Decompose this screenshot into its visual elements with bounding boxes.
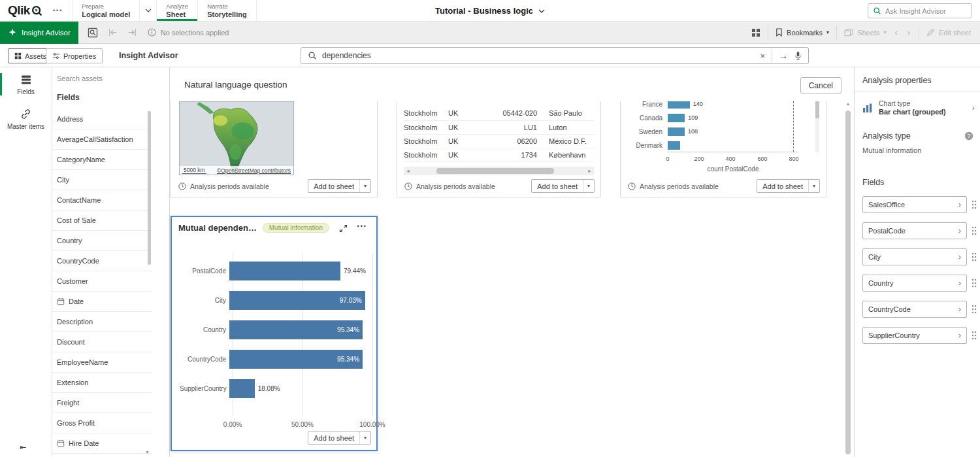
add-to-sheet-button[interactable]: Add to sheet ▾ (757, 179, 820, 193)
app-title-menu[interactable]: Tutorial - Business logic (435, 0, 545, 22)
qlik-logo[interactable]: Qlik (8, 3, 42, 18)
table-row[interactable]: Stockholm UK 1734 København (404, 148, 595, 161)
list-item-field[interactable]: Cost of Sale (52, 211, 152, 231)
list-item-field[interactable]: ContactName (52, 190, 152, 211)
list-item-field-date[interactable]: Hire Date (52, 433, 152, 454)
list-item-field[interactable]: Discount (52, 332, 152, 352)
drag-handle-icon[interactable] (972, 305, 977, 314)
insight-search-input[interactable] (322, 51, 755, 60)
horizontal-scrollbar[interactable]: ◄ ► (404, 167, 594, 175)
drag-handle-icon[interactable] (972, 279, 977, 288)
cancel-button[interactable]: Cancel (800, 77, 841, 93)
ask-insight-advisor-search[interactable] (868, 3, 972, 18)
chevron-down-icon[interactable]: ▾ (583, 180, 594, 192)
step-forward-icon[interactable] (127, 27, 137, 37)
sheets-menu[interactable]: Sheets ▾ (844, 29, 886, 37)
microphone-icon[interactable] (794, 51, 802, 61)
list-item-field-date[interactable]: Date (52, 292, 152, 312)
previous-sheet-icon[interactable]: ‹ (893, 27, 898, 37)
analysis-field-country[interactable]: Country › (862, 275, 967, 292)
bar[interactable] (229, 379, 255, 398)
submit-search-icon[interactable]: → (779, 50, 788, 61)
selections-tool-icon[interactable] (88, 27, 98, 38)
analysis-field-salesoffice[interactable]: SalesOffice › (862, 196, 967, 213)
add-to-sheet-button[interactable]: Add to sheet ▾ (531, 179, 595, 193)
table-row[interactable]: Stockholm UK 06200 México D.F. (404, 134, 595, 148)
analysis-field-suppliercountry[interactable]: SupplierCountry › (862, 327, 967, 344)
map-chart[interactable]: 5000 km ©OpenStreetMap contributors (179, 101, 294, 175)
chevron-down-icon[interactable]: ▾ (359, 432, 370, 444)
chart-more-menu-icon[interactable]: ••• (357, 223, 367, 229)
table-row[interactable]: Stockholm UK LU1 Luton (404, 120, 595, 134)
list-item-field[interactable]: Address (52, 109, 152, 129)
scrollbar-thumb[interactable] (815, 101, 819, 118)
bar[interactable] (668, 114, 685, 122)
list-item-field[interactable]: CategoryName (52, 150, 152, 170)
scrollbar-track[interactable] (412, 167, 585, 175)
global-menu-icon[interactable]: ••• (53, 7, 63, 14)
list-item-field[interactable]: CountryCode (52, 251, 152, 271)
drag-handle-icon[interactable] (972, 200, 977, 209)
list-item-field[interactable]: Extension (52, 373, 152, 393)
next-sheet-icon[interactable]: › (906, 27, 911, 37)
list-item-field[interactable]: Gross Profit (52, 413, 152, 433)
expand-chart-icon[interactable] (339, 224, 348, 233)
bar[interactable] (229, 262, 340, 280)
scrollbar-thumb[interactable] (845, 110, 851, 454)
rail-item-fields[interactable]: Fields (0, 67, 52, 101)
insight-search-bar[interactable]: × → (301, 47, 809, 64)
help-icon[interactable]: ? (964, 131, 973, 141)
bar[interactable] (668, 101, 690, 109)
table-row[interactable]: Stockholm UK 05442-020 São Paulo (404, 107, 595, 120)
drag-handle-icon[interactable] (972, 252, 977, 262)
tab-properties[interactable]: Properties (46, 48, 103, 63)
scroll-left-icon[interactable]: ◄ (404, 169, 412, 173)
scroll-up-icon[interactable]: ▲ (845, 101, 851, 106)
list-item-field[interactable]: Customer (52, 271, 152, 292)
osm-attribution-link[interactable]: ©OpenStreetMap contributors (217, 167, 291, 174)
scroll-down-icon[interactable]: ▼ (145, 450, 150, 454)
list-item-field[interactable]: Description (52, 312, 152, 332)
edit-sheet-button[interactable]: Edit sheet (926, 28, 971, 37)
chevron-down-icon[interactable]: ▾ (359, 180, 370, 192)
chevron-down-icon[interactable] (139, 0, 156, 21)
bar[interactable] (668, 127, 685, 136)
nav-tab-prepare[interactable]: Prepare Logical model (72, 0, 156, 21)
step-back-icon[interactable] (108, 27, 118, 37)
scroll-right-icon[interactable]: ► (585, 169, 594, 173)
chart-card-map[interactable]: 5000 km ©OpenStreetMap contributors Anal… (171, 101, 378, 197)
list-item-field[interactable]: City (52, 170, 152, 190)
assets-scrollbar-thumb[interactable] (148, 111, 151, 265)
scrollbar-thumb[interactable] (436, 168, 554, 174)
clear-search-icon[interactable]: × (760, 51, 765, 61)
search-assets-input[interactable] (57, 75, 150, 82)
bar[interactable] (668, 141, 680, 150)
list-item-field[interactable]: Freight (52, 393, 152, 413)
insight-advisor-button[interactable]: Insight Advisor (0, 22, 78, 44)
list-item-field[interactable]: AverageCallSatisfaction (52, 129, 152, 150)
add-to-sheet-button[interactable]: Add to sheet ▾ (308, 431, 371, 445)
analysis-field-postalcode[interactable]: PostalCode › (862, 222, 967, 239)
ask-insight-advisor-input[interactable] (885, 7, 967, 15)
analysis-field-city[interactable]: City › (862, 248, 967, 265)
chevron-down-icon[interactable]: ▾ (808, 180, 819, 192)
chart-card-bar[interactable]: France 140 Canada 109 Sweden 108 Denmark (620, 101, 826, 197)
list-item-field[interactable]: EmployeeName (52, 352, 152, 373)
chart-type-row[interactable]: Chart type Bar chart (grouped) › (855, 92, 980, 116)
analysis-field-countrycode[interactable]: CountryCode › (862, 301, 967, 318)
nav-tab-narrate[interactable]: Narrate Storytelling (197, 0, 257, 21)
chart-card-table[interactable]: Stockholm UK 05442-020 São Paulo Stockho… (397, 101, 601, 197)
tab-properties-label: Properties (63, 52, 96, 60)
bookmarks-menu[interactable]: Bookmarks ▾ (776, 28, 829, 37)
rail-item-master-items[interactable]: Master items (0, 101, 52, 136)
drag-handle-icon[interactable] (972, 226, 977, 235)
nav-tab-analyze[interactable]: Analyze Sheet (156, 0, 197, 21)
sheet-grid-icon[interactable] (751, 28, 760, 37)
drag-handle-icon[interactable] (972, 331, 977, 340)
collapse-panel-icon[interactable]: ⇤ (20, 443, 26, 452)
add-to-sheet-button[interactable]: Add to sheet ▾ (308, 179, 371, 193)
chart-card-mutual-dependency-selected[interactable]: Mutual dependency bet… Mutual informatio… (171, 216, 378, 451)
list-item-field[interactable]: Country (52, 231, 152, 251)
mini-chart-scrollbar[interactable] (815, 101, 819, 152)
results-scrollbar[interactable]: ▲ (845, 101, 851, 454)
